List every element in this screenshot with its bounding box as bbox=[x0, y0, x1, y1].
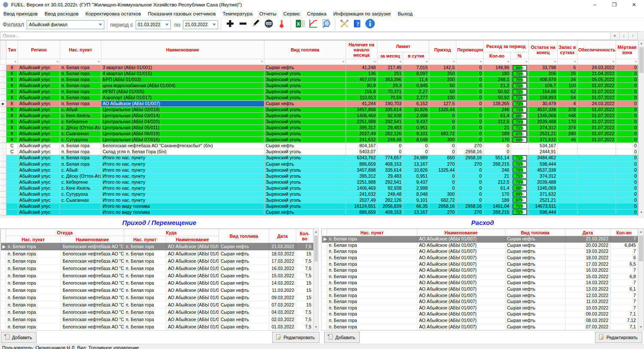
limit-day-cell[interactable]: 9,101 bbox=[403, 197, 429, 203]
name-cell[interactable]: АО Абыйское (АБЫ 01/007) bbox=[417, 292, 505, 299]
row-marker[interactable] bbox=[0, 209, 6, 215]
from-name-cell[interactable]: Белогоская нефтебаза АО "Са bbox=[61, 279, 124, 287]
row-marker[interactable] bbox=[0, 167, 6, 173]
qty-cell[interactable]: 7 bbox=[611, 267, 638, 273]
income-cell[interactable]: 142,5 bbox=[429, 65, 456, 71]
row-marker[interactable] bbox=[0, 131, 6, 137]
days-stock-cell[interactable]: 64 bbox=[558, 95, 577, 101]
limit-day-cell[interactable]: 8,097 bbox=[403, 71, 429, 77]
fuel-cell[interactable]: Сырая нефть bbox=[505, 298, 565, 305]
provision-cell[interactable]: 01.07.2022 bbox=[577, 95, 616, 101]
income-cell[interactable]: 127,5 bbox=[429, 101, 456, 107]
fuel-cell[interactable]: Зырянский уголь bbox=[264, 107, 346, 113]
row-marker[interactable] bbox=[0, 95, 6, 101]
consumption-cell[interactable]: 551,14 bbox=[483, 155, 511, 161]
settlement-cell[interactable] bbox=[60, 209, 101, 215]
qty-cell[interactable]: 7,5 bbox=[296, 316, 313, 323]
consumption-vscrollbar[interactable]: ▲ ▼ bbox=[638, 229, 644, 330]
fuel-cell[interactable]: Сырая нефть bbox=[219, 272, 269, 279]
row-marker[interactable] bbox=[322, 305, 327, 311]
start-cell[interactable]: 395,312 bbox=[346, 125, 377, 131]
start-cell[interactable]: 457,079 bbox=[346, 77, 377, 83]
region-cell[interactable]: Абыйский улус bbox=[18, 131, 60, 137]
settlement-cell[interactable]: п. Белая гора bbox=[60, 89, 101, 95]
chart-button[interactable] bbox=[307, 18, 319, 30]
provision-cell[interactable]: 24.03.2022 bbox=[577, 65, 616, 71]
income-vscrollbar[interactable]: ▲ ▼ bbox=[313, 229, 318, 330]
movement-cell[interactable]: 0 bbox=[456, 167, 483, 173]
dead-zone-cell[interactable]: 0 bbox=[616, 155, 638, 161]
start-cell[interactable]: 886,659 bbox=[346, 209, 377, 215]
start-cell[interactable]: 241,632 bbox=[346, 191, 377, 197]
limit-day-cell[interactable]: 11,4 bbox=[403, 77, 429, 83]
from-settlement-cell[interactable]: п. Белая гора bbox=[6, 309, 61, 316]
name-cell[interactable]: Центральная (АБЫ 07/016) bbox=[101, 137, 264, 143]
fuel-cell[interactable]: Зырянский уголь bbox=[264, 149, 346, 155]
limit-month-cell[interactable]: 190,703 bbox=[377, 101, 403, 107]
from-settlement-cell[interactable]: п. Белая гора bbox=[6, 294, 61, 301]
region-cell[interactable]: Абыйский улус bbox=[18, 149, 60, 155]
name-cell[interactable]: Итого по нас. пункту bbox=[101, 155, 264, 161]
start-cell[interactable]: 5403,07 bbox=[346, 149, 377, 155]
consumption-cell[interactable]: 0 bbox=[483, 149, 511, 155]
name-cell[interactable]: Белогоская нефтебаза АО "Саханефтегазсбы… bbox=[101, 143, 264, 149]
settlement-cell[interactable]: п. Белая гора bbox=[327, 292, 417, 299]
percent-cell[interactable]: 68% bbox=[511, 137, 529, 143]
to-settlement-cell[interactable]: п. Белая гора bbox=[124, 258, 166, 265]
settlement-cell[interactable]: п. Белая гора bbox=[60, 143, 101, 149]
provision-cell[interactable] bbox=[577, 203, 616, 209]
limit-month-cell[interactable]: 70,371 bbox=[377, 89, 403, 95]
dead-zone-cell[interactable]: 0 bbox=[616, 197, 638, 203]
menu-item-servis[interactable]: Сервис bbox=[280, 11, 304, 16]
col-movement[interactable]: Перемещение bbox=[456, 41, 483, 59]
row-marker[interactable] bbox=[0, 71, 6, 77]
provision-cell[interactable]: 05.05.2022 bbox=[577, 77, 616, 83]
fuel-cell[interactable]: Зырянский уголь bbox=[264, 203, 346, 209]
fuel-cell[interactable]: Сырая нефть bbox=[505, 292, 565, 299]
provision-cell[interactable]: 01.07.2022 bbox=[577, 131, 616, 137]
fuel-cell[interactable]: Сырая нефть bbox=[505, 261, 565, 267]
provision-cell[interactable]: 01.07.2022 bbox=[577, 119, 616, 125]
name-cell[interactable]: Итого по нас. пункту bbox=[101, 167, 264, 173]
limit-day-cell[interactable]: 13,167 bbox=[403, 209, 429, 215]
end-cell[interactable]: 534,167 bbox=[529, 143, 558, 149]
row-marker[interactable] bbox=[0, 143, 6, 149]
name-cell[interactable]: Центральная (АБЫ 04/020) bbox=[101, 119, 264, 125]
movement-cell[interactable]: 0 bbox=[456, 77, 483, 83]
consumption-row[interactable]: ▶п. Белая гораАО Абыйское (АБЫ 01/007)Сы… bbox=[322, 236, 638, 243]
region-cell[interactable]: Абыйский улус bbox=[18, 155, 60, 161]
days-stock-cell[interactable]: 374 bbox=[558, 125, 577, 131]
date-cell[interactable]: 18.03.2022 bbox=[269, 250, 296, 258]
end-cell[interactable]: 206 bbox=[529, 71, 558, 77]
from-name-cell[interactable]: Белогоская нефтебаза АО "Са bbox=[61, 250, 124, 258]
movement-cell[interactable]: 0 bbox=[456, 89, 483, 95]
income-cell[interactable]: 50 bbox=[429, 89, 456, 95]
qty-cell[interactable]: 7 bbox=[611, 292, 638, 299]
consumption-row[interactable]: п. Белая гораАО Абыйское (АБЫ 01/007)Сыр… bbox=[322, 267, 638, 273]
edit-button[interactable] bbox=[249, 18, 262, 30]
consumption-cell[interactable]: 189 bbox=[483, 131, 511, 137]
name-cell[interactable]: Центральная (АБЫ 05/011) bbox=[101, 125, 264, 131]
row-marker[interactable] bbox=[0, 149, 6, 155]
from-name-cell[interactable]: Белогоская нефтебаза АО "Са bbox=[61, 323, 124, 331]
end-cell[interactable]: 154,88 bbox=[529, 89, 558, 95]
row-marker[interactable] bbox=[322, 261, 327, 267]
limit-day-cell[interactable]: 0,951 bbox=[403, 173, 429, 179]
col-limit-month[interactable]: за месяц bbox=[377, 52, 403, 59]
movement-cell[interactable]: 0 bbox=[456, 191, 483, 197]
fuel-row[interactable]: КАбыйский улусп. Белая гораАэропорт (АБЫ… bbox=[0, 95, 638, 101]
from-settlement-cell[interactable]: п. Белая гора bbox=[6, 316, 61, 323]
consumption-cell[interactable]: 189 bbox=[483, 197, 511, 203]
start-cell[interactable]: 2251,988 bbox=[346, 179, 377, 185]
fuel-row[interactable]: КАбыйский улусс. СутуруохаЦентральная (А… bbox=[0, 137, 638, 143]
fuel-cell[interactable]: Сырая нефть bbox=[219, 265, 269, 272]
to-settlement-cell[interactable]: п. Белая гора bbox=[124, 250, 166, 258]
row-marker[interactable] bbox=[1, 287, 6, 294]
qty-cell[interactable]: 7,5 bbox=[296, 309, 313, 316]
region-cell[interactable]: Абыйский улус bbox=[18, 137, 60, 143]
provision-cell[interactable] bbox=[577, 185, 616, 191]
fuel-cell[interactable]: Сырая нефть bbox=[505, 311, 565, 318]
consumption-cell[interactable]: 246 bbox=[483, 107, 511, 113]
col-percent[interactable]: % bbox=[511, 52, 529, 59]
start-cell[interactable]: 1406,469 bbox=[346, 185, 377, 191]
